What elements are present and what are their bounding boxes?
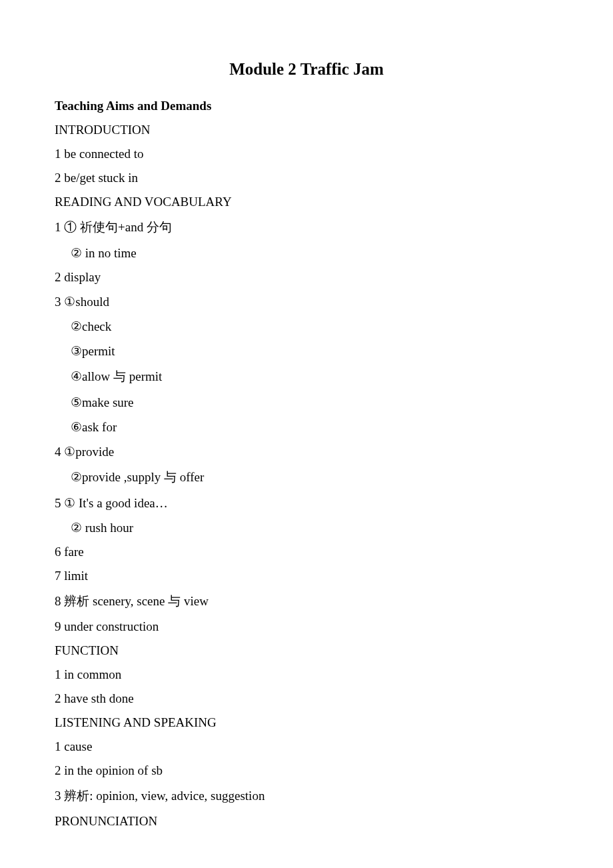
list-item: 7 limit (55, 569, 558, 583)
list-item: 2 be/get stuck in (55, 171, 558, 185)
list-item: 1 be connected to (55, 147, 558, 161)
pronunciation-label: PRONUNCIATION (55, 814, 558, 829)
list-item: 8 辨析 scenery, scene 与 view (55, 593, 558, 610)
list-subitem: ⑤make sure (55, 395, 558, 410)
list-item: 4 ①provide (55, 444, 558, 459)
list-subitem: ②provide ,supply 与 offer (55, 469, 558, 486)
list-item: 3 辨析: opinion, view, advice, suggestion (55, 787, 558, 805)
list-subitem: ④allow 与 permit (55, 368, 558, 385)
function-label: FUNCTION (55, 643, 558, 658)
listening-speaking-label: LISTENING AND SPEAKING (55, 715, 558, 730)
list-item: 1 ① 祈使句+and 分句 (55, 219, 558, 236)
document-page: Module 2 Traffic Jam Teaching Aims and D… (0, 0, 613, 868)
list-subitem: ② in no time (55, 245, 558, 261)
module-title: Module 2 Traffic Jam (55, 60, 558, 79)
reading-vocabulary-label: READING AND VOCABULARY (55, 195, 558, 209)
list-item: 2 in the opinion of sb (55, 763, 558, 778)
list-item: 2 display (55, 270, 558, 285)
list-subitem: ②check (55, 319, 558, 334)
list-item: 2 have sth done (55, 691, 558, 706)
list-item: 5 ① It's a good idea… (55, 495, 558, 511)
teaching-aims-heading: Teaching Aims and Demands (55, 99, 558, 113)
list-subitem: ② rush hour (55, 520, 558, 535)
list-item: 1 cause (55, 739, 558, 754)
list-item: 1 in common (55, 667, 558, 682)
introduction-label: INTRODUCTION (55, 123, 558, 137)
list-subitem: ③permit (55, 343, 558, 359)
list-item: 3 ①should (55, 294, 558, 309)
list-subitem: ⑥ask for (55, 419, 558, 435)
list-item: 6 fare (55, 545, 558, 559)
list-item: 9 under construction (55, 619, 558, 634)
